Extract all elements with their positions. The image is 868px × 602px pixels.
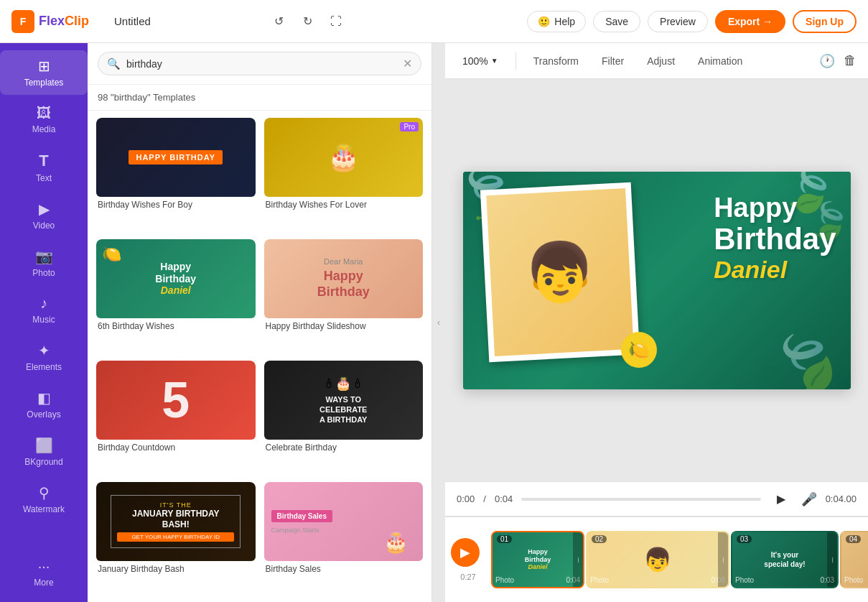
play-button[interactable]: ▶ bbox=[770, 488, 793, 511]
timeline-clip-2-type: Photo bbox=[590, 576, 609, 584]
sidebar-item-media[interactable]: 🖼 Media bbox=[0, 98, 88, 142]
canvas-frame: 🍃 🍃 🍃 🍃 👦 Happy Birthday Daniel 🍋 bbox=[463, 172, 851, 389]
help-button[interactable]: 🙂 Help bbox=[527, 11, 586, 32]
zoom-value: 100% bbox=[462, 55, 488, 67]
template-card-label-3: 6th Birthday Wishes bbox=[96, 318, 256, 335]
microphone-button[interactable]: 🎤 bbox=[801, 491, 817, 507]
template-card-birthday-boy[interactable]: HAPPY BIRTHDAY Birthday Wishes For Boy bbox=[96, 118, 256, 231]
undo-button[interactable]: ↺ bbox=[267, 10, 290, 33]
progress-bar[interactable] bbox=[521, 498, 760, 501]
fullscreen-button[interactable]: ⛶ bbox=[325, 10, 347, 33]
sidebar-item-text[interactable]: T Text bbox=[0, 144, 88, 190]
sidebar-item-elements-label: Elements bbox=[26, 362, 62, 372]
template-card-img-4: Dear Maria HappyBirthday bbox=[264, 239, 424, 318]
template-card-countdown[interactable]: 5 Birthday Countdown bbox=[96, 361, 256, 473]
canvas-photo-inner: 👦 bbox=[486, 188, 633, 356]
timeline-clip-1-handle[interactable]: ⁞ bbox=[573, 532, 583, 587]
timeline-clip-1-type: Photo bbox=[495, 576, 514, 584]
music-icon: ♪ bbox=[40, 295, 47, 312]
sidebar-item-video[interactable]: ▶ Video bbox=[0, 193, 88, 238]
timeline-clip-2-handle[interactable]: ⁞ bbox=[718, 532, 728, 587]
search-bar: 🔍 ✕ bbox=[88, 43, 431, 85]
panel-collapse-handle[interactable]: ‹ bbox=[432, 43, 445, 602]
timeline-clip-4[interactable]: 👶 04 Photo 0:04 ⁞ bbox=[840, 531, 868, 588]
sidebar-item-music[interactable]: ♪ Music bbox=[0, 288, 88, 332]
template-card-label-5: Birthday Countdown bbox=[96, 440, 256, 457]
export-button[interactable]: Export → bbox=[715, 10, 785, 33]
template-panel: 🔍 ✕ 98 "birthday" Templates HAPPY BIRTHD… bbox=[88, 43, 432, 602]
sidebar-item-elements[interactable]: ✦ Elements bbox=[0, 335, 88, 379]
bkground-icon: ⬜ bbox=[35, 437, 53, 454]
sidebar-item-watermark-label: Watermark bbox=[23, 504, 65, 514]
canvas-toolbar: 100% ▼ Transform Filter Adjust Animation… bbox=[445, 43, 868, 79]
sidebar-item-watermark[interactable]: ⚲ Watermark bbox=[0, 477, 88, 522]
templates-grid: HAPPY BIRTHDAY Birthday Wishes For Boy P… bbox=[88, 111, 431, 602]
topbar: F FlexClip ↺ ↻ ⛶ 🙂 Help Save Preview Exp… bbox=[0, 0, 868, 43]
tab-adjust[interactable]: Adjust bbox=[641, 52, 681, 70]
canvas-lemon-decoration: 🍋 bbox=[621, 332, 657, 368]
time-separator: / bbox=[483, 494, 486, 504]
sidebar-item-more[interactable]: ··· More bbox=[0, 551, 88, 595]
template-card-label-8: Birthday Sales bbox=[264, 561, 424, 578]
timeline-clip-3-handle[interactable]: ⁞ bbox=[827, 532, 837, 587]
history-button[interactable]: 🕐 bbox=[819, 53, 835, 69]
template-card-img-3: 🍋 Happy Birthday Daniel bbox=[96, 239, 256, 318]
timeline-play-button[interactable]: ▶ bbox=[451, 538, 480, 567]
canvas-text-daniel: Daniel bbox=[714, 256, 836, 284]
template-card-celebrate[interactable]: 🕯🎂🕯 WAYS TOCELEBRATEA BIRTHDAY Celebrate… bbox=[264, 361, 424, 473]
project-title-input[interactable] bbox=[106, 10, 258, 32]
more-icon: ··· bbox=[38, 558, 50, 575]
sidebar-item-templates[interactable]: ⊞ Templates bbox=[0, 50, 88, 95]
delete-button[interactable]: 🗑 bbox=[844, 53, 857, 68]
redo-button[interactable]: ↻ bbox=[296, 10, 319, 33]
template-card-sales[interactable]: Birthday Sales Campaign Starts 🎂 Birthda… bbox=[264, 482, 424, 595]
main-area: ⊞ Templates 🖼 Media T Text ▶ Video 📷 Pho… bbox=[0, 43, 868, 602]
watermark-icon: ⚲ bbox=[39, 484, 50, 501]
search-clear-button[interactable]: ✕ bbox=[403, 57, 412, 70]
template-card-img-2: Pro 🎂 bbox=[264, 118, 424, 197]
save-button[interactable]: Save bbox=[593, 11, 640, 32]
canvas-viewport: 🍃 🍃 🍃 🍃 👦 Happy Birthday Daniel 🍋 bbox=[445, 79, 868, 481]
timeline-clip-1[interactable]: HappyBirthdayDaniel 01 Photo 0:04 ⁞ bbox=[491, 531, 584, 588]
logo-text: FlexClip bbox=[39, 14, 89, 29]
templates-icon: ⊞ bbox=[38, 57, 50, 75]
timeline-left-col: ▶ 0:27 bbox=[451, 538, 485, 581]
sidebar-item-bkground[interactable]: ⬜ BKground bbox=[0, 430, 88, 474]
text-icon: T bbox=[39, 152, 48, 170]
toolbar-separator-1 bbox=[515, 52, 516, 70]
template-card-label-7: January Birthday Bash bbox=[96, 561, 256, 578]
template-card-img-6: 🕯🎂🕯 WAYS TOCELEBRATEA BIRTHDAY bbox=[264, 361, 424, 440]
template-card-6th-birthday[interactable]: 🍋 Happy Birthday Daniel 6th Birthday Wis… bbox=[96, 239, 256, 352]
template-card-slideshow[interactable]: Dear Maria HappyBirthday Happy Birthday … bbox=[264, 239, 424, 352]
template-card-img-7: IT'S THE JANUARY BIRTHDAYBASH! GET YOUR … bbox=[96, 482, 256, 561]
template-card-january[interactable]: IT'S THE JANUARY BIRTHDAYBASH! GET YOUR … bbox=[96, 482, 256, 595]
sidebar: ⊞ Templates 🖼 Media T Text ▶ Video 📷 Pho… bbox=[0, 43, 88, 602]
overlays-icon: ◧ bbox=[37, 389, 51, 407]
timeline-clip-1-num: 01 bbox=[497, 535, 512, 543]
signup-button[interactable]: Sign Up bbox=[793, 10, 857, 33]
preview-button[interactable]: Preview bbox=[648, 11, 708, 32]
tab-transform[interactable]: Transform bbox=[528, 52, 584, 70]
template-card-img-1: HAPPY BIRTHDAY bbox=[96, 118, 256, 197]
canvas-photo-frame: 👦 bbox=[480, 182, 639, 362]
sidebar-item-bkground-label: BKground bbox=[24, 457, 62, 467]
template-card-img-8: Birthday Sales Campaign Starts 🎂 bbox=[264, 482, 424, 561]
timeline-clip-3[interactable]: It's yourspecial day! 03 Photo 0:03 ⁞ bbox=[731, 531, 839, 588]
tab-filter[interactable]: Filter bbox=[596, 52, 630, 70]
sidebar-item-photo[interactable]: 📷 Photo bbox=[0, 241, 88, 285]
sidebar-item-overlays[interactable]: ◧ Overlays bbox=[0, 382, 88, 427]
zoom-control[interactable]: 100% ▼ bbox=[457, 52, 504, 70]
result-count: 98 "birthday" Templates bbox=[88, 85, 431, 111]
timeline-duration: 0:27 bbox=[460, 573, 475, 581]
tab-animation[interactable]: Animation bbox=[692, 52, 748, 70]
video-controls: 0:00 / 0:04 ▶ 🎤 0:04.00 bbox=[445, 481, 868, 516]
template-card-birthday-lover[interactable]: Pro 🎂 Birthday Wishes For Lover bbox=[264, 118, 424, 231]
elements-icon: ✦ bbox=[38, 342, 50, 359]
topbar-right: 🙂 Help Save Preview Export → Sign Up bbox=[527, 10, 857, 33]
sidebar-item-media-label: Media bbox=[32, 124, 56, 134]
search-input[interactable] bbox=[126, 58, 397, 70]
video-icon: ▶ bbox=[39, 200, 50, 218]
sidebar-item-templates-label: Templates bbox=[24, 78, 64, 88]
timeline-clip-2[interactable]: 👦 02 Photo 0:08 ⁞ bbox=[586, 531, 729, 588]
total-time-display: 0:04 bbox=[495, 494, 513, 504]
